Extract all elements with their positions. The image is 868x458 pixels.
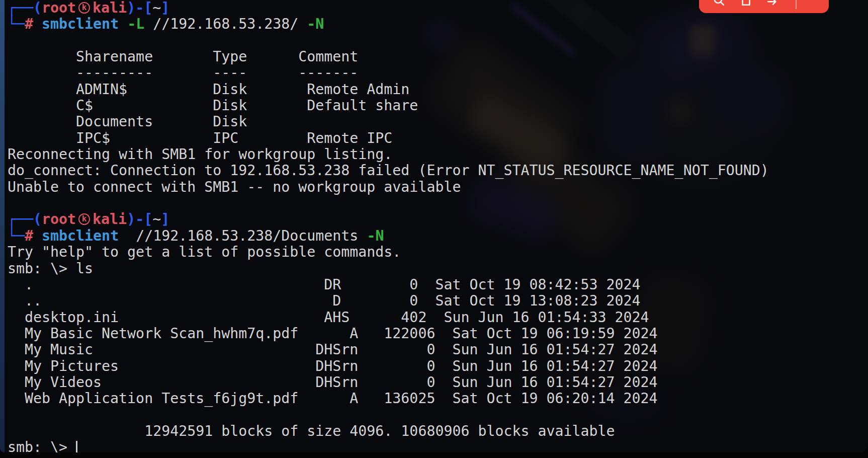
terminal-line: My Music DHSrn 0 Sun Jun 16 01:54:27 202… [8, 342, 857, 358]
terminal-line: ADMIN$ Disk Remote Admin [8, 82, 857, 98]
text-segment: --------- ---- ------- [8, 64, 358, 81]
text-segment: ADMIN$ Disk Remote Admin [8, 81, 409, 98]
terminal-line: My Pictures DHSrn 0 Sun Jun 16 01:54:27 … [8, 358, 857, 374]
arrow-sparkle-button[interactable] [766, 0, 779, 13]
text-segment: smb: \> ls [8, 260, 93, 277]
terminal-line: C$ Disk Default share [8, 98, 857, 114]
text-segment: # [25, 16, 33, 32]
terminal-line: 12942591 blocks of size 4096. 10680906 b… [8, 423, 857, 439]
text-segment: Sharename Type Comment [8, 48, 358, 65]
text-segment: -L [127, 16, 144, 32]
text-segment: 12942591 blocks of size 4096. 10680906 b… [8, 423, 615, 439]
text-segment [33, 227, 42, 244]
terminal-line: Web Application Tests_f6jg9t.pdf A 13602… [8, 391, 857, 407]
text-segment: Reconnecting with SMB1 for workgroup lis… [8, 146, 392, 163]
text-segment: └─ [8, 227, 25, 244]
kali-circled-k-symbol: k [78, 213, 90, 225]
terminal-line: desktop.ini AHS 402 Sun Jun 16 01:54:33 … [8, 310, 857, 326]
text-segment: └─ [8, 16, 25, 32]
text-segment: kali [93, 211, 127, 227]
text-segment: # [25, 227, 33, 244]
terminal-line: IPC$ IPC Remote IPC [8, 130, 857, 146]
document-button[interactable] [739, 0, 752, 13]
text-segment: ┌──( [8, 0, 42, 16]
text-segment: My Pictures DHSrn 0 Sun Jun 16 01:54:27 … [8, 358, 658, 374]
text-segment [119, 16, 127, 32]
terminal-line [8, 33, 857, 49]
text-segment: //192.168.53.238/ [144, 16, 307, 32]
terminal-line: do_connect: Connection to 192.168.53.238… [8, 163, 857, 179]
terminal-line: .. D 0 Sat Oct 19 13:08:23 2024 [8, 293, 857, 309]
kali-circled-k-symbol: k [78, 2, 90, 14]
text-segment: desktop.ini AHS 402 Sun Jun 16 01:54:33 … [8, 309, 649, 326]
text-segment: ┌──( [8, 211, 42, 227]
toolbar-divider [796, 0, 797, 9]
text-segment: -N [307, 16, 324, 32]
text-segment: root [42, 211, 76, 227]
terminal-line [8, 195, 857, 211]
terminal-line: smb: \> [8, 439, 857, 452]
text-segment: Web Application Tests_f6jg9t.pdf A 13602… [8, 390, 658, 407]
terminal-window: ┌──(rootkkali)-[~]└─# smbclient -L //192… [0, 0, 868, 452]
text-segment: smbclient [42, 16, 119, 32]
terminal-line: └─# smbclient -L //192.168.53.238/ -N [8, 16, 857, 32]
text-segment: )-[ [127, 0, 152, 16]
text-segment: Unable to connect with SMB1 -- no workgr… [8, 179, 461, 195]
terminal-line: My Basic Network Scan_hwhm7q.pdf A 12200… [8, 326, 857, 342]
text-segment: .. D 0 Sat Oct 19 13:08:23 2024 [8, 292, 641, 309]
screen: ┌──(rootkkali)-[~]└─# smbclient -L //192… [0, 0, 868, 458]
terminal-line: Sharename Type Comment [8, 49, 857, 65]
terminal-line: My Videos DHSrn 0 Sun Jun 16 01:54:27 20… [8, 374, 857, 391]
text-segment: . DR 0 Sat Oct 19 08:42:53 2024 [8, 276, 641, 293]
screenshot-toolbar [699, 0, 829, 13]
arrow-sparkle-icon [766, 0, 779, 7]
text-segment: Try "help" to get a list of possible com… [8, 244, 401, 260]
text-segment: ~ [152, 211, 161, 227]
terminal-line: smb: \> ls [8, 261, 857, 277]
text-segment: //192.168.53.238/Documents [119, 227, 367, 244]
text-segment: Documents Disk [8, 113, 247, 130]
text-segment: ] [161, 0, 169, 16]
terminal-cursor [76, 441, 77, 452]
search-button[interactable] [712, 0, 725, 13]
text-segment: smb: \> [8, 439, 76, 452]
text-segment: do_connect: Connection to 192.168.53.238… [8, 162, 769, 179]
terminal-output[interactable]: ┌──(rootkkali)-[~]└─# smbclient -L //192… [8, 0, 857, 452]
text-segment: ] [161, 211, 169, 227]
search-icon [712, 0, 725, 7]
text-segment: kali [93, 0, 127, 16]
text-segment: My Videos DHSrn 0 Sun Jun 16 01:54:27 20… [8, 374, 658, 391]
text-segment: IPC$ IPC Remote IPC [8, 130, 392, 146]
terminal-line: Try "help" to get a list of possible com… [8, 244, 857, 260]
terminal-line: Unable to connect with SMB1 -- no workgr… [8, 179, 857, 195]
terminal-line: └─# smbclient //192.168.53.238/Documents… [8, 228, 857, 244]
text-segment: ~ [152, 0, 161, 16]
terminal-line: . DR 0 Sat Oct 19 08:42:53 2024 [8, 277, 857, 293]
text-segment: My Music DHSrn 0 Sun Jun 16 01:54:27 202… [8, 341, 658, 358]
window-left-border [0, 0, 5, 452]
terminal-line: Documents Disk [8, 114, 857, 130]
text-segment: )-[ [127, 211, 152, 227]
text-segment: smbclient [42, 227, 119, 244]
terminal-line: --------- ---- ------- [8, 65, 857, 81]
text-segment: My Basic Network Scan_hwhm7q.pdf A 12200… [8, 325, 658, 342]
terminal-line: ┌──(rootkkali)-[~] [8, 211, 857, 227]
terminal-line: Reconnecting with SMB1 for workgroup lis… [8, 146, 857, 163]
text-segment: C$ Disk Default share [8, 97, 418, 114]
text-segment [33, 16, 42, 32]
terminal-line [8, 407, 857, 423]
text-segment: -N [367, 227, 384, 244]
document-icon [739, 0, 752, 7]
text-segment: root [42, 0, 76, 16]
